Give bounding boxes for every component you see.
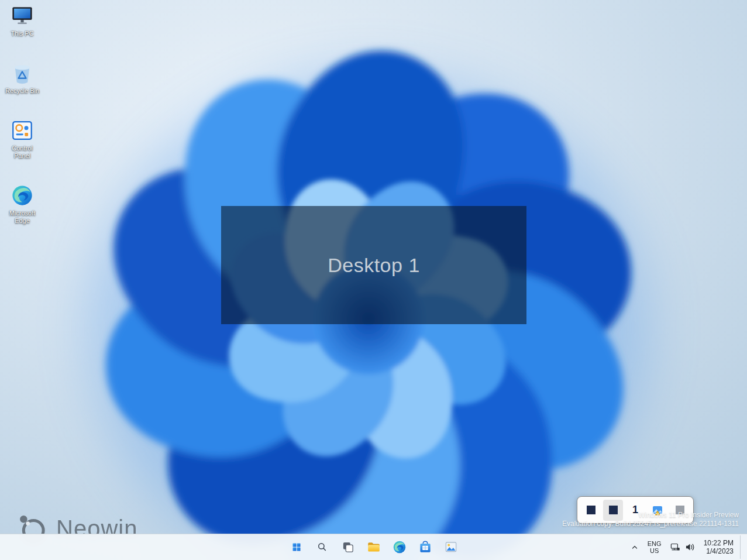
start-button[interactable] — [285, 535, 308, 559]
search-button[interactable] — [311, 535, 334, 559]
file-explorer-icon — [366, 540, 381, 555]
taskbar-tray: ENG US 10:22 PM 1/4/2023 — [626, 534, 743, 560]
store-button[interactable] — [414, 535, 437, 559]
taskbar: ENG US 10:22 PM 1/4/2023 — [0, 534, 747, 560]
task-view-icon — [340, 540, 356, 555]
windows-logo-icon — [289, 540, 304, 555]
desktop-name-overlay: Desktop 1 — [221, 206, 526, 324]
desktop-icon-list: This PC Recycle Bin — [1, 4, 43, 225]
desktop-icon-label: Recycle Bin — [5, 87, 39, 95]
show-desktop-button[interactable] — [740, 535, 743, 559]
windows-watermark: Windows 11 Pro Insider Preview Evaluatio… — [562, 511, 739, 528]
desktop-icon-recycle-bin[interactable]: Recycle Bin — [1, 61, 43, 95]
watermark-line-2: Evaluation copy. Build 25247.rs_prerelea… — [562, 520, 739, 528]
photos-icon — [443, 540, 459, 555]
desktop-icon-microsoft-edge[interactable]: Microsoft Edge — [1, 183, 43, 225]
desktop-icon-this-pc[interactable]: This PC — [1, 4, 43, 37]
edge-icon — [10, 183, 35, 208]
edge-icon — [392, 540, 407, 555]
volume-icon — [683, 541, 696, 554]
desktop-icon-control-panel[interactable]: Control Panel — [1, 118, 43, 160]
tray-system-icons[interactable] — [666, 535, 699, 559]
clock-time: 10:22 PM — [704, 539, 734, 547]
network-icon — [669, 541, 681, 554]
desktop-icon-label: Microsoft Edge — [3, 209, 42, 225]
language-line-1: ENG — [648, 540, 662, 547]
control-panel-icon — [10, 118, 35, 143]
desktop-name-label: Desktop 1 — [328, 254, 420, 277]
desktop-icon-label: Control Panel — [3, 145, 42, 160]
edge-taskbar-button[interactable] — [388, 535, 411, 559]
task-view-button[interactable] — [336, 535, 360, 559]
search-icon — [315, 540, 330, 555]
watermark-line-1: Windows 11 Pro Insider Preview — [562, 511, 739, 520]
clock-date: 1/4/2023 — [706, 547, 734, 555]
this-pc-icon — [10, 4, 35, 28]
tray-chevron-button[interactable] — [626, 535, 643, 559]
file-explorer-button[interactable] — [362, 535, 385, 559]
language-line-2: US — [650, 547, 659, 554]
photos-button[interactable] — [439, 535, 463, 559]
chevron-up-icon — [629, 541, 641, 553]
desktop-icon-label: This PC — [11, 30, 33, 37]
desktop[interactable]: This PC Recycle Bin — [0, 0, 747, 560]
store-icon — [418, 540, 433, 555]
clock[interactable]: 10:22 PM 1/4/2023 — [700, 535, 737, 559]
language-switcher[interactable]: ENG US — [644, 535, 665, 559]
recycle-bin-icon — [10, 61, 35, 85]
